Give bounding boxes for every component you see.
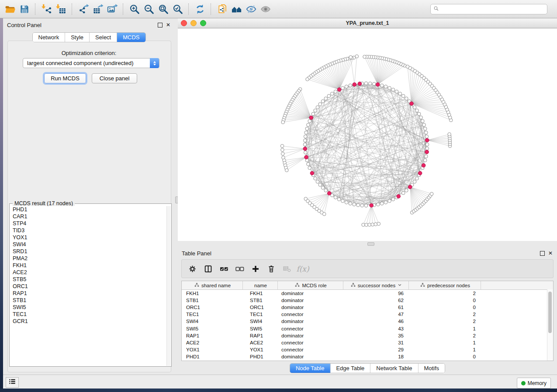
mcds-list-scrollbar[interactable] — [166, 206, 171, 366]
column-header-name[interactable]: name — [243, 281, 278, 289]
zoom-in-icon[interactable] — [127, 2, 142, 16]
network-canvas[interactable] — [178, 28, 557, 241]
float-table-panel-icon[interactable] — [540, 251, 545, 256]
table-row[interactable]: RAP1RAP1dominator352 — [182, 332, 553, 339]
cell-MCDS-role: connector — [278, 347, 343, 352]
cell-name: STB1 — [243, 298, 278, 303]
mcds-result-item[interactable]: CAR1 — [10, 213, 167, 220]
column-settings-icon[interactable] — [186, 262, 199, 275]
table-row[interactable]: ORC1ORC1dominator610 — [182, 304, 553, 311]
delete-icon[interactable] — [265, 262, 278, 275]
table-row[interactable]: TEC1TEC1connector472 — [182, 311, 553, 318]
column-header-MCDS-role[interactable]: MCDS role — [278, 281, 343, 289]
import-network-icon[interactable] — [39, 2, 54, 16]
mcds-result-item[interactable]: GCR1 — [10, 318, 167, 325]
column-header-successor-nodes[interactable]: successor nodes — [343, 281, 409, 289]
close-panel-icon[interactable]: ✕ — [166, 23, 170, 27]
tab-motifs[interactable]: Motifs — [418, 364, 445, 373]
table-row[interactable]: SWI4SWI4dominator462 — [182, 318, 553, 325]
run-mcds-button[interactable]: Run MCDS — [44, 73, 86, 83]
column-header-predecessor-nodes[interactable]: predecessor nodes — [409, 281, 481, 289]
clone-network-icon[interactable] — [215, 2, 229, 16]
mcds-result-item[interactable]: STB1 — [10, 297, 167, 304]
export-network-icon[interactable] — [76, 2, 90, 16]
table-panel-title: Table Panel — [182, 250, 211, 257]
first-neighbors-icon[interactable] — [229, 2, 244, 16]
refresh-icon[interactable] — [193, 2, 207, 16]
close-table-panel-icon[interactable]: ✕ — [548, 251, 553, 255]
cell-successor-nodes: 18 — [343, 354, 409, 359]
zoom-selected-icon[interactable] — [170, 2, 185, 16]
cell-successor-nodes: 62 — [343, 298, 409, 303]
table-row[interactable]: FKH1FKH1dominator962 — [182, 290, 553, 297]
table-header-row: shared namenameMCDS rolesuccessor nodesp… — [182, 281, 553, 290]
cell-shared-name: YOX1 — [182, 347, 243, 352]
mcds-result-item[interactable]: YOX1 — [10, 234, 167, 241]
select-all-icon[interactable] — [218, 262, 231, 275]
zoom-out-icon[interactable] — [142, 2, 156, 16]
show-all-icon[interactable] — [258, 2, 273, 16]
table-row[interactable]: PHD1PHD1dominator180 — [182, 353, 553, 360]
mcds-result-item[interactable]: SWI5 — [10, 304, 167, 311]
cell-successor-nodes: 47 — [343, 312, 409, 317]
table-row[interactable]: ACE2ACE2connector311 — [182, 339, 553, 346]
column-label: predecessor nodes — [427, 283, 470, 288]
mcds-result-item[interactable]: ORC1 — [10, 283, 167, 290]
save-icon[interactable] — [17, 2, 31, 16]
table-scrollbar[interactable] — [547, 289, 553, 361]
mcds-result-group: MCDS result (17 nodes) PHD1CAR1STP4TID3Y… — [9, 203, 172, 367]
hide-selected-icon[interactable] — [244, 2, 258, 16]
export-table-icon[interactable] — [90, 2, 105, 16]
float-panel-icon[interactable] — [158, 23, 163, 28]
mcds-result-list[interactable]: PHD1CAR1STP4TID3YOX1SWI4SRD1PMA2FKH1ACE2… — [10, 206, 167, 366]
optimization-criterion-select[interactable]: largest connected component (undirected) — [23, 58, 159, 68]
horizontal-splitter[interactable] — [178, 241, 557, 247]
memory-button[interactable]: Memory — [517, 378, 551, 389]
table-row[interactable]: STB1STB1dominator620 — [182, 297, 553, 304]
cell-shared-name: ACE2 — [182, 340, 243, 345]
close-panel-button[interactable]: Close panel — [92, 73, 137, 83]
table-panel: Table Panel ✕ f(x) shared namenameMCDS r… — [178, 247, 557, 375]
tab-node-table[interactable]: Node Table — [290, 364, 331, 373]
mcds-result-item[interactable]: TID3 — [10, 227, 167, 234]
tab-edge-table[interactable]: Edge Table — [330, 364, 370, 373]
view-mode-button[interactable] — [6, 377, 19, 388]
tab-select[interactable]: Select — [90, 33, 117, 42]
mcds-result-item[interactable]: RAP1 — [10, 290, 167, 297]
list-icon — [8, 378, 16, 387]
search-input[interactable] — [441, 6, 544, 13]
search-input-wrap[interactable] — [430, 4, 547, 14]
network-window-titlebar[interactable]: YPA_prune.txt_1 — [178, 18, 557, 28]
table-row[interactable]: SWI5SWI5connector431 — [182, 325, 553, 332]
zoom-fit-icon[interactable] — [156, 2, 170, 16]
tab-style[interactable]: Style — [65, 33, 90, 42]
cell-name: ACE2 — [243, 340, 278, 345]
cell-successor-nodes: 31 — [343, 340, 409, 345]
open-file-icon[interactable] — [3, 2, 17, 16]
mcds-result-item[interactable]: PMA2 — [10, 255, 167, 262]
mcds-result-item[interactable]: SRD1 — [10, 248, 167, 255]
tab-mcds[interactable]: MCDS — [117, 33, 145, 42]
column-header-shared-name[interactable]: shared name — [182, 281, 243, 289]
add-icon[interactable] — [249, 262, 262, 275]
mcds-result-item[interactable]: ACE2 — [10, 269, 167, 276]
export-image-icon[interactable] — [105, 2, 119, 16]
cell-predecessor-nodes: 2 — [409, 333, 481, 338]
mcds-result-item[interactable]: FKH1 — [10, 262, 167, 269]
cell-successor-nodes: 43 — [343, 326, 409, 331]
column-label: successor nodes — [358, 283, 395, 288]
mcds-result-item[interactable]: TEC1 — [10, 311, 167, 318]
namespace-icon — [194, 282, 199, 288]
mcds-result-item[interactable]: STP4 — [10, 220, 167, 227]
tab-network-table[interactable]: Network Table — [370, 364, 418, 373]
cell-predecessor-nodes: 2 — [409, 312, 481, 317]
mcds-result-item[interactable]: PHD1 — [10, 206, 167, 213]
mcds-result-item[interactable]: STB5 — [10, 276, 167, 283]
import-table-icon[interactable] — [54, 2, 68, 16]
show-columns-icon[interactable] — [202, 262, 215, 275]
deselect-all-icon[interactable] — [233, 262, 246, 275]
mcds-result-item[interactable]: SWI4 — [10, 241, 167, 248]
table-row[interactable]: YOX1YOX1connector291 — [182, 346, 553, 353]
control-panel-tabs: NetworkStyleSelectMCDS — [32, 32, 145, 42]
tab-network[interactable]: Network — [32, 33, 65, 42]
